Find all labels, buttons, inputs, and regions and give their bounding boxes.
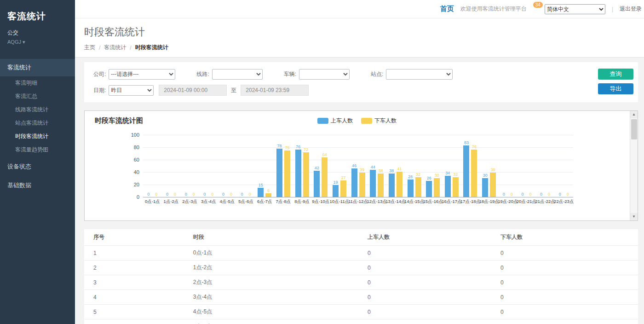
table-cell: 0点-1点 xyxy=(190,246,364,260)
sidebar-subitem[interactable]: 客流量趋势图 xyxy=(0,143,75,156)
sidebar-subitem[interactable]: 站点客流统计 xyxy=(0,116,75,130)
bar-value-label: 0 xyxy=(230,192,232,197)
bar-group: 263015点-16点 xyxy=(424,135,443,205)
sidebar-item[interactable]: 基础数据 xyxy=(0,177,75,194)
bar xyxy=(295,150,301,197)
bar-group: 0021点-22点 xyxy=(536,135,555,205)
breadcrumb-item[interactable]: 主页 xyxy=(84,44,95,52)
x-tick-label: 12点-13点 xyxy=(367,199,387,205)
table-row: 21点-2点00 xyxy=(84,260,638,275)
date-end-input[interactable] xyxy=(241,85,309,96)
chart-x-axis-line xyxy=(143,197,573,197)
bar xyxy=(453,177,459,197)
bar-value-label: 0 xyxy=(222,192,224,197)
legend-label: 上车人数 xyxy=(331,117,353,125)
x-tick-label: 19点-20点 xyxy=(498,199,518,205)
chart-groups: 000点-1点001点-2点002点-3点003点-4点004点-5点005点-… xyxy=(143,135,573,205)
bar-value-label: 0 xyxy=(521,192,523,197)
app-root: 客流统计 公交 AQGJ ▾ 客流统计客流明细客流汇总线路客流统计站点客流统计时… xyxy=(0,0,644,324)
home-link[interactable]: 首页 xyxy=(440,5,454,13)
topbar: 首页 欢迎使用客流统计管理平台 34 简体中文 | 退出登录 xyxy=(75,0,644,18)
caret-down-icon: ▾ xyxy=(23,39,25,45)
sidebar-subitem[interactable]: 线路客流统计 xyxy=(0,103,75,116)
bar-value-label: 0 xyxy=(203,192,206,197)
bar-value-label: 27 xyxy=(341,175,345,180)
sidebar-subitem[interactable]: 时段客流统计 xyxy=(0,130,75,143)
sidebar-item[interactable]: 客流统计 xyxy=(0,59,75,76)
x-tick-label: 0点-1点 xyxy=(145,199,160,205)
bar-value-label: 72 xyxy=(304,147,308,152)
scroll-down-icon[interactable]: ▼ xyxy=(630,213,638,220)
bar-value-label: 0 xyxy=(249,192,251,197)
user-dropdown[interactable]: AQGJ ▾ xyxy=(7,39,68,45)
scroll-up-icon[interactable]: ▲ xyxy=(630,111,638,118)
company-select[interactable]: ---请选择--- xyxy=(109,69,175,80)
page-heading: 时段客流统计 主页/客流统计/时段客流统计 xyxy=(75,18,644,58)
date-start-input[interactable] xyxy=(159,85,227,96)
x-tick-label: 20点-21点 xyxy=(517,199,536,205)
legend-label: 下车人数 xyxy=(374,117,397,125)
table-header-cell: 上车人数 xyxy=(364,229,497,246)
bar-group: 1566点-7点 xyxy=(255,135,274,205)
scrollbar-thumb[interactable] xyxy=(631,119,637,139)
table-row: 32点-3点00 xyxy=(84,275,638,290)
export-button[interactable]: 导出 xyxy=(598,83,633,94)
bar-value-label: 0 xyxy=(211,192,213,197)
table-cell: 0 xyxy=(497,246,638,260)
query-button[interactable]: 查询 xyxy=(598,69,633,80)
bar-group: 003点-4点 xyxy=(199,135,218,205)
notification-badge[interactable]: 34 xyxy=(533,2,543,8)
bar-value-label: 44 xyxy=(371,165,375,169)
table-cell: 0 xyxy=(364,260,497,275)
bar-group: 443812点-13点 xyxy=(368,135,386,205)
x-tick-label: 2点-3点 xyxy=(182,199,197,205)
bar-value-label: 0 xyxy=(185,192,187,197)
table-cell: 3点-4点 xyxy=(190,290,364,305)
bar-value-label: 0 xyxy=(511,192,513,197)
y-tick-label: 60 xyxy=(134,157,139,162)
bar-value-label: 78 xyxy=(277,144,282,148)
bar xyxy=(389,174,395,197)
table-cell: 5点-6点 xyxy=(190,319,364,324)
table-header-cell: 时段 xyxy=(190,229,364,246)
date-preset-select[interactable]: 昨日 xyxy=(109,85,154,96)
bar-value-label: 64 xyxy=(322,152,327,157)
bar-value-label: 6 xyxy=(267,188,270,193)
chart-plot: 020406080100 000点-1点001点-2点002点-3点003点-4… xyxy=(143,135,573,197)
bar-value-label: 34 xyxy=(445,171,450,175)
station-select[interactable] xyxy=(386,69,453,80)
table-header-cell: 序号 xyxy=(84,229,190,246)
bar xyxy=(471,150,477,197)
language-select[interactable]: 简体中文 xyxy=(545,4,605,14)
chart-y-axis: 020406080100 xyxy=(120,135,139,197)
line-select[interactable] xyxy=(212,69,263,80)
station-label: 站点: xyxy=(371,70,383,78)
bar xyxy=(408,179,414,197)
bar xyxy=(378,174,384,197)
chart-scrollbar[interactable]: ▲ ▼ xyxy=(630,111,638,220)
sidebar-subitem[interactable]: 客流汇总 xyxy=(0,90,75,103)
vehicle-select[interactable] xyxy=(299,69,350,80)
sidebar-subitem[interactable]: 客流明细 xyxy=(0,76,75,90)
x-tick-label: 10点-11点 xyxy=(330,199,350,205)
bar-group: 004点-5点 xyxy=(218,135,237,205)
table-cell: 0 xyxy=(364,275,497,290)
bar-value-label: 0 xyxy=(147,192,150,197)
breadcrumb-item[interactable]: 客流统计 xyxy=(104,44,126,52)
legend-item[interactable]: 上车人数 xyxy=(317,117,353,125)
sidebar-item[interactable]: 设备状态 xyxy=(0,158,75,175)
bar-value-label: 15 xyxy=(259,183,263,187)
x-tick-label: 8点-9点 xyxy=(294,199,310,205)
legend-item[interactable]: 下车人数 xyxy=(361,117,397,125)
breadcrumb-separator: / xyxy=(130,45,131,51)
bar-value-label: 46 xyxy=(352,163,356,168)
bar xyxy=(490,173,496,197)
bar xyxy=(258,188,264,197)
y-tick-label: 0 xyxy=(137,194,139,200)
x-tick-label: 15点-16点 xyxy=(423,199,443,205)
x-tick-label: 11点-12点 xyxy=(348,199,368,205)
bar-value-label: 0 xyxy=(529,192,531,197)
bar-group: 283214点-15点 xyxy=(405,135,424,205)
bar-group: 0020点-21点 xyxy=(517,135,536,205)
logout-link[interactable]: 退出登录 xyxy=(620,5,642,13)
